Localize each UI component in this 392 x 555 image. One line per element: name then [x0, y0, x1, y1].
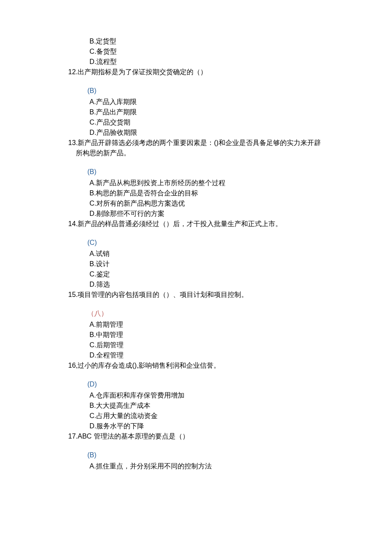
option-text: A.前期管理: [89, 320, 392, 330]
option-text: D.剔除那些不可行的方案: [89, 209, 392, 219]
option-text: D.服务水平的下降: [89, 421, 392, 431]
question-number: 12.: [68, 67, 78, 77]
options-block: A.产品入库期限 B.产品出产期限 C.产品交货期 D.产品验收期限: [89, 97, 392, 138]
partial-prev-options: B.定货型 C.备货型 D.流程型: [89, 36, 392, 67]
option-text: B.中期管理: [89, 330, 392, 340]
option-text: B.产品出产期限: [89, 107, 392, 117]
option-text: B.定货型: [89, 36, 392, 46]
option-text: C.占用大量的流动资金: [89, 411, 392, 421]
option-text: D.产品验收期限: [89, 128, 392, 138]
options-block: A.仓库面积和库存保管费用增加 B.大大提高生产成本 C.占用大量的流动资金 D…: [89, 390, 392, 431]
option-text: D.筛选: [89, 279, 392, 290]
question-text: ABC 管理法的基本原理的要点是（）: [78, 431, 392, 442]
option-text: B.大大提高生产成本: [89, 401, 392, 411]
question-text: 出产期指标是为了保证按期交货确定的（）: [78, 67, 392, 77]
option-text: C.后期管理: [89, 340, 392, 350]
question-number: 17.: [68, 431, 78, 442]
question-row: 13 .新产品开辟筛选必须考虑的两个重要因素是：()和企业是否具备足够的实力来开…: [68, 138, 392, 158]
question-row: 14 .新产品的样品普通必须经过（）后，才干投入批量生产和正式上市。: [68, 219, 392, 229]
question-text: 过小的库存会造成(),影响销售利润和企业信誉。: [78, 360, 392, 371]
question-number: 15: [68, 290, 76, 300]
answer-key: （八）: [87, 308, 392, 319]
options-block: A.前期管理 B.中期管理 C.后期管理 D.全程管理: [89, 320, 392, 360]
question-row: 16, 过小的库存会造成(),影响销售利润和企业信誉。: [68, 360, 392, 371]
options-block: A.试销 B.设计 C.鉴定 D.筛选: [89, 249, 392, 290]
option-text: D.全程管理: [89, 350, 392, 360]
answer-key: (D): [87, 379, 392, 389]
question-text: .新产品的样品普通必须经过（）后，才干投入批量生产和正式上市。: [76, 219, 392, 229]
option-text: A.仓库面积和库存保管费用增加: [89, 390, 392, 401]
option-text: A.产品入库期限: [89, 97, 392, 107]
document-page: B.定货型 C.备货型 D.流程型 12. 出产期指标是为了保证按期交货确定的（…: [0, 0, 392, 555]
answer-key: (C): [87, 238, 392, 248]
option-text: C.产品交货期: [89, 117, 392, 128]
option-text: A.新产品从构思到投资上市所经历的整个过程: [89, 178, 392, 188]
option-text: C.对所有的新产品构思方案选优: [89, 198, 392, 209]
question-text: .项目管理的内容包括项目的（）、项目计划和项目控制。: [76, 290, 392, 300]
answer-key: (B): [87, 450, 392, 460]
answer-key: (B): [87, 86, 392, 96]
option-text: D.流程型: [89, 57, 392, 67]
question-row: 12. 出产期指标是为了保证按期交货确定的（）: [68, 67, 392, 77]
question-number: 14: [68, 219, 76, 229]
option-text: C.备货型: [89, 46, 392, 57]
question-number: 13: [68, 138, 76, 158]
option-text: A.抓住重点，并分别采用不同的控制方法: [89, 461, 392, 471]
option-text: B.构思的新产品是否符合企业的目标: [89, 188, 392, 198]
option-text: C.鉴定: [89, 269, 392, 279]
options-block: A.抓住重点，并分别采用不同的控制方法: [89, 461, 392, 471]
answer-key: (B): [87, 167, 392, 177]
question-number: 16,: [68, 360, 78, 371]
option-text: A.试销: [89, 249, 392, 259]
question-row: 17.ABC 管理法的基本原理的要点是（）: [68, 431, 392, 442]
options-block: A.新产品从构思到投资上市所经历的整个过程 B.构思的新产品是否符合企业的目标 …: [89, 178, 392, 219]
option-text: B.设计: [89, 259, 392, 269]
question-row: 15 .项目管理的内容包括项目的（）、项目计划和项目控制。: [68, 290, 392, 300]
question-text: .新产品开辟筛选必须考虑的两个重要因素是：()和企业是否具备足够的实力来开辟所构…: [76, 138, 392, 158]
